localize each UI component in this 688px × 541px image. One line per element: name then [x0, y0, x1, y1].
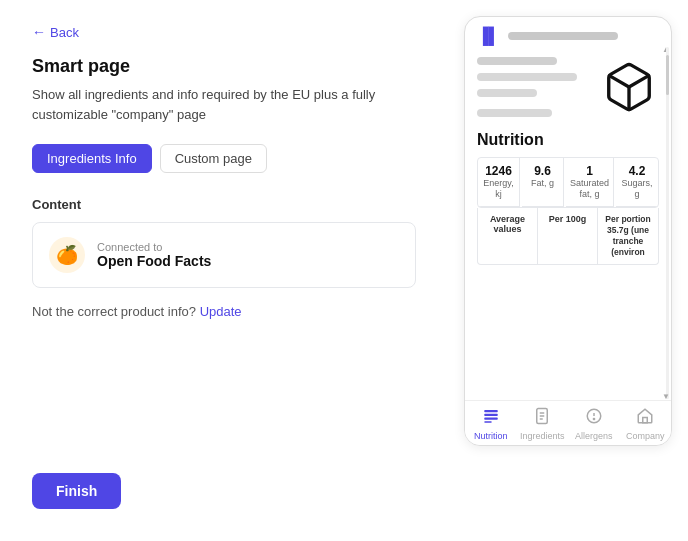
svg-rect-4	[484, 421, 492, 423]
svg-rect-1	[484, 410, 498, 412]
blurred-product-line-1	[477, 57, 557, 65]
product-section	[465, 49, 671, 125]
nav-item-allergens[interactable]: Allergens	[568, 407, 620, 441]
phone-bottom-nav: Nutrition Ingredients	[465, 400, 671, 445]
page-description: Show all ingredients and info required b…	[32, 85, 416, 124]
fat-label: Fat, g	[526, 178, 559, 189]
nutrition-nav-icon	[482, 407, 500, 429]
blurred-product-line-4	[477, 109, 552, 117]
connected-name: Open Food Facts	[97, 253, 211, 269]
fat-value: 9.6	[526, 164, 559, 178]
not-correct-text: Not the correct product info? Update	[32, 304, 416, 319]
product-box-image	[599, 57, 659, 117]
ingredients-nav-label: Ingredients	[520, 431, 565, 441]
sugars-label: Sugars, g	[620, 178, 654, 200]
finish-button[interactable]: Finish	[32, 473, 121, 509]
scrollbar-track	[666, 47, 669, 399]
table-col-per-portion: Per portion 35.7g (une tranche (environ	[598, 208, 658, 264]
svg-rect-3	[484, 418, 498, 420]
nutrition-grid: 1246 Energy, kj 9.6 Fat, g 1 Saturated f…	[477, 157, 659, 208]
nutrition-section: Nutrition 1246 Energy, kj 9.6 Fat, g 1 S…	[465, 125, 671, 271]
page-title: Smart page	[32, 56, 416, 77]
nav-item-ingredients[interactable]: Ingredients	[517, 407, 569, 441]
nav-item-nutrition[interactable]: Nutrition	[465, 407, 517, 441]
blurred-product-line-2	[477, 73, 577, 81]
ingredients-nav-icon	[533, 407, 551, 429]
connected-to-label: Connected to	[97, 241, 211, 253]
nutrition-table-header: Average values Per 100g Per portion 35.7…	[477, 208, 659, 265]
table-col-per100: Per 100g	[538, 208, 598, 264]
svg-rect-2	[484, 414, 498, 416]
energy-label: Energy, kj	[482, 178, 515, 200]
company-nav-icon	[636, 407, 654, 429]
back-arrow-icon: ←	[32, 24, 46, 40]
nutrition-cell-sugars: 4.2 Sugars, g	[616, 158, 658, 207]
scrollbar-thumb[interactable]	[666, 55, 669, 95]
phone-header-text-block	[508, 32, 618, 40]
connected-logo: 🍊	[49, 237, 85, 273]
tab-ingredients-info[interactable]: Ingredients Info	[32, 144, 152, 173]
blurred-line-1	[508, 32, 618, 40]
allergens-nav-icon	[585, 407, 603, 429]
table-col-average: Average values	[478, 208, 538, 264]
content-section-label: Content	[32, 197, 416, 212]
nutrition-cell-fat: 9.6 Fat, g	[522, 158, 564, 207]
phone-content: ▐▌	[465, 17, 671, 400]
back-link[interactable]: ← Back	[32, 24, 416, 40]
allergens-nav-label: Allergens	[575, 431, 613, 441]
energy-value: 1246	[482, 164, 515, 178]
left-panel: ← Back Smart page Show all ingredients a…	[0, 0, 448, 541]
sugars-value: 4.2	[620, 164, 654, 178]
svg-point-11	[593, 418, 594, 419]
scroll-down-icon[interactable]: ▼	[662, 392, 670, 401]
update-link[interactable]: Update	[200, 304, 242, 319]
nutrition-title: Nutrition	[477, 131, 659, 149]
blurred-product-line-3	[477, 89, 537, 97]
connected-info: Connected to Open Food Facts	[97, 241, 211, 269]
saturated-label: Saturated fat, g	[570, 178, 609, 200]
connected-emoji: 🍊	[56, 244, 78, 266]
svg-rect-12	[643, 418, 648, 423]
product-text-block	[477, 57, 591, 117]
nav-item-company[interactable]: Company	[620, 407, 672, 441]
right-panel: ▲ ▼ ▐▌	[448, 0, 688, 541]
tabs-container: Ingredients Info Custom page	[32, 144, 416, 173]
back-label: Back	[50, 25, 79, 40]
nutrition-cell-saturated: 1 Saturated fat, g	[566, 158, 614, 207]
tab-custom-page[interactable]: Custom page	[160, 144, 267, 173]
phone-header: ▐▌	[465, 17, 671, 49]
saturated-value: 1	[570, 164, 609, 178]
phone-frame: ▲ ▼ ▐▌	[464, 16, 672, 446]
nutrition-nav-label: Nutrition	[474, 431, 508, 441]
nutrition-cell-energy: 1246 Energy, kj	[478, 158, 520, 207]
phone-header-icon: ▐▌	[477, 27, 500, 45]
connected-card: 🍊 Connected to Open Food Facts	[32, 222, 416, 288]
company-nav-label: Company	[626, 431, 665, 441]
